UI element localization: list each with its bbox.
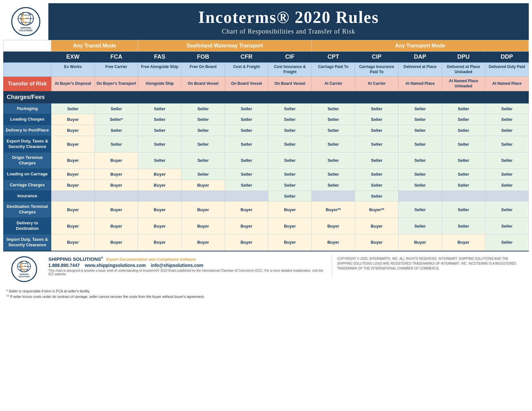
val-loadcarriage-dpu: Seller — [442, 169, 485, 180]
val-destterminal-cpt: Buyer** — [311, 201, 355, 218]
val-carriagech-cif: Seller — [268, 180, 312, 191]
val-expduty-ddp: Seller — [485, 136, 529, 152]
label-loading-charges: Loading Charges — [4, 114, 51, 125]
risk-dpu: At Named Place Unloaded — [442, 77, 485, 91]
val-origterminal-fob: Seller — [182, 152, 225, 169]
val-packaging-fas: Seller — [138, 103, 182, 114]
val-delport-exw: Buyer — [51, 125, 95, 136]
risk-cip: At Carrier — [355, 77, 399, 91]
val-origterminal-dpu: Seller — [442, 152, 485, 169]
row-delivery-dest: Delivery to Destination Buyer Buyer Buye… — [4, 218, 529, 234]
row-origin-terminal: Origin Terminal Charges Buyer Buyer Sell… — [4, 152, 529, 169]
val-deldest-cif: Buyer — [268, 218, 312, 234]
val-insurance-cfr — [225, 191, 268, 201]
val-carriagech-fas: Buyer — [138, 180, 182, 191]
val-deldest-dpu: Seller — [442, 218, 485, 234]
main-table: Any Transit Mode Sea/Inland Waterway Tra… — [3, 40, 529, 251]
company-name-text: SHIPPING SOLUTIONS — [48, 256, 101, 262]
val-packaging-exw: Seller — [51, 103, 95, 114]
label-insurance: Insurance — [4, 191, 51, 201]
fullname-cpt: Carriage Paid To — [311, 63, 355, 77]
val-destterminal-cfr: Buyer — [225, 201, 268, 218]
val-loading-dpu: Seller — [442, 114, 485, 125]
footer: SHIPPINGSOLUTIONS SHIPPING SOLUTIONS® Ex… — [3, 251, 529, 287]
fullname-fob: Free On Board — [182, 63, 225, 77]
val-destterminal-cif: Buyer — [268, 201, 312, 218]
val-impduty-cpt: Buyer — [311, 234, 355, 251]
footer-website: www.shippingsolutions.com — [85, 263, 146, 268]
val-loadcarriage-cfr: Seller — [225, 169, 268, 180]
mode-any-transport: Any Transport Mode — [311, 40, 528, 52]
val-packaging-cip: Seller — [355, 103, 399, 114]
val-delport-dap: Seller — [399, 125, 442, 136]
val-delport-ddp: Seller — [485, 125, 529, 136]
val-impduty-cfr: Buyer — [225, 234, 268, 251]
val-loading-cfr: Seller — [225, 114, 268, 125]
fullname-row: Ex Works Free Carrier Free Alongside Shi… — [4, 63, 529, 77]
val-loadcarriage-exw: Buyer — [51, 169, 95, 180]
footer-logo: SHIPPINGSOLUTIONS — [3, 255, 45, 284]
footer-copyright: COPYRIGHT © 2020, INTERMART®, INC. ALL R… — [337, 257, 516, 270]
val-expduty-fas: Seller — [138, 136, 182, 152]
row-loading-carriage: Loading on Carriage Buyer Buyer Buyer Se… — [4, 169, 529, 180]
val-insurance-cif: Seller — [268, 191, 312, 201]
label-packaging: Packaging — [4, 103, 51, 114]
val-loading-dap: Seller — [399, 114, 442, 125]
val-loading-cip: Seller — [355, 114, 399, 125]
val-impduty-dpu: Buyer — [442, 234, 485, 251]
row-dest-terminal: Destination Terminal Charges Buyer Buyer… — [4, 201, 529, 218]
footer-left: SHIPPING SOLUTIONS® Export Documentation… — [45, 255, 332, 278]
footer-phone: 1.888.890.7447 — [48, 263, 80, 268]
label-import-duty: Import Duty, Taxes & Security Clearance — [4, 234, 51, 251]
val-impduty-cif: Buyer — [268, 234, 312, 251]
fullname-fas: Free Alongside Ship — [138, 63, 182, 77]
val-impduty-fob: Buyer — [182, 234, 225, 251]
val-impduty-fas: Buyer — [138, 234, 182, 251]
code-cpt: CPT — [311, 52, 355, 63]
page-container: SHIPPINGSOLUTIONS Incoterms® 2020 Rules … — [0, 0, 532, 305]
transfer-risk-label: Transfer of Risk — [4, 77, 51, 91]
val-carriagech-fca: Buyer — [94, 180, 138, 191]
val-origterminal-exw: Buyer — [51, 152, 95, 169]
row-insurance: Insurance Seller Seller — [4, 191, 529, 201]
main-title: Incoterms® 2020 Rules — [198, 8, 379, 26]
code-dap: DAP — [399, 52, 442, 63]
row-carriage-charges: Carriage Charges Buyer Buyer Buyer Buyer… — [4, 180, 529, 191]
val-expduty-dap: Seller — [399, 136, 442, 152]
val-origterminal-fas: Seller — [138, 152, 182, 169]
footer-right: COPYRIGHT © 2020, INTERMART®, INC. ALL R… — [332, 255, 529, 272]
val-carriagech-exw: Buyer — [51, 180, 95, 191]
row-export-duty: Export Duty, Taxes & Security Clearance … — [4, 136, 529, 152]
val-carriagech-cpt: Seller — [311, 180, 355, 191]
code-row: EXW FCA FAS FOB CFR CIF CPT CIP DAP DPU … — [4, 52, 529, 63]
row-delivery-port: Delivery to Port/Place Buyer Seller Sell… — [4, 125, 529, 136]
val-expduty-cpt: Seller — [311, 136, 355, 152]
val-packaging-fca: Seller — [94, 103, 138, 114]
footer-contact: 1.888.890.7447 www.shippingsolutions.com… — [48, 263, 329, 268]
label-delivery-dest: Delivery to Destination — [4, 218, 51, 234]
val-deldest-fob: Buyer — [182, 218, 225, 234]
val-origterminal-dap: Seller — [399, 152, 442, 169]
val-deldest-cpt: Buyer — [311, 218, 355, 234]
footer-disclaimer: This chart is designed to provide a basi… — [48, 269, 329, 276]
val-delport-dpu: Seller — [442, 125, 485, 136]
val-deldest-dap: Seller — [399, 218, 442, 234]
row-import-duty: Import Duty, Taxes & Security Clearance … — [4, 234, 529, 251]
val-destterminal-cip: Buyer** — [355, 201, 399, 218]
code-fob: FOB — [182, 52, 225, 63]
val-packaging-cfr: Seller — [225, 103, 268, 114]
mode-sea: Sea/Inland Waterway Transport — [138, 40, 311, 52]
risk-cif: On Board Vessel — [268, 77, 312, 91]
risk-ddp: At Named Place — [485, 77, 529, 91]
val-loading-fca: Seller* — [94, 114, 138, 125]
row-loading-charges: Loading Charges Buyer Seller* Seller Sel… — [4, 114, 529, 125]
val-packaging-dap: Seller — [399, 103, 442, 114]
code-cip: CIP — [355, 52, 399, 63]
val-insurance-fas — [138, 191, 182, 201]
val-loadcarriage-dap: Seller — [399, 169, 442, 180]
val-delport-cip: Seller — [355, 125, 399, 136]
val-delport-cfr: Seller — [225, 125, 268, 136]
val-impduty-ddp: Seller — [485, 234, 529, 251]
val-packaging-dpu: Seller — [442, 103, 485, 114]
code-exw: EXW — [51, 52, 95, 63]
